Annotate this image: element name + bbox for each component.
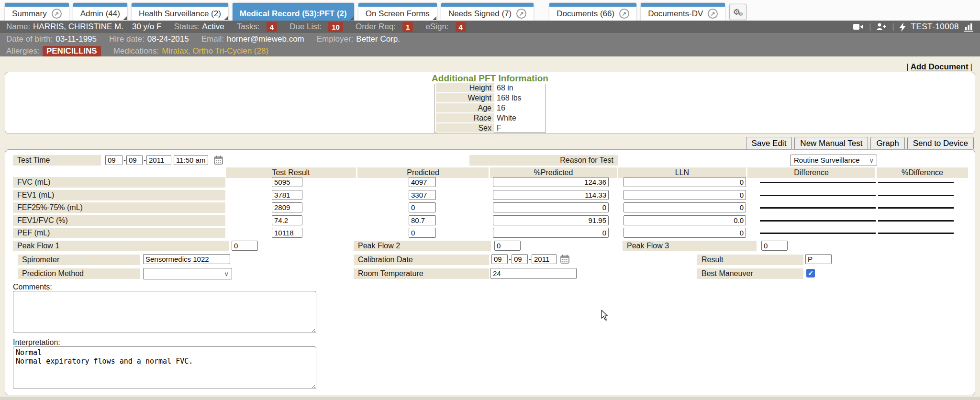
sex-value: F [494, 123, 501, 133]
patient-age-sex: 30 y/o F [132, 22, 161, 32]
order-req-label: Order Req: [356, 22, 396, 32]
room-temperature-input[interactable] [490, 268, 577, 279]
tab-admin[interactable]: Admin (44) [73, 3, 127, 21]
esign-label: eSign: [425, 22, 448, 32]
test-day-input[interactable] [126, 155, 143, 165]
tab-medical-record-pft-label: Medical Record (53):PFT (2) [240, 9, 347, 19]
add-person-icon[interactable] [876, 22, 887, 31]
date-dash: - [509, 255, 511, 263]
col-header-difference: Difference [747, 167, 875, 178]
pef-predicted-input[interactable] [409, 228, 436, 238]
fev1-fvc-lln-input[interactable] [624, 215, 746, 225]
pef-lln-input[interactable] [624, 228, 746, 238]
peak-flow-2-input[interactable] [494, 241, 521, 251]
fev1-fvc-row-label: FEV1/FVC (%) [13, 215, 225, 226]
calibration-day-input[interactable] [512, 254, 528, 264]
lightning-bolt-icon[interactable] [900, 22, 906, 32]
pipe: | [970, 62, 972, 71]
peak-flow-3-input[interactable] [761, 241, 788, 251]
fvc-test-result-input[interactable] [272, 177, 302, 187]
calibration-year-input[interactable] [532, 254, 557, 264]
send-to-device-button[interactable]: Send to Device [907, 137, 974, 150]
tab-needs-signed[interactable]: Needs Signed (7) ↗ [441, 3, 534, 21]
fev1-test-result-input[interactable] [272, 190, 302, 200]
pft-info-rows: Height 68 in Weight 168 lbs Age 16 Race … [436, 83, 544, 133]
fef-lln-input[interactable] [624, 202, 746, 212]
interpretation-textarea[interactable]: Normal Normal expiratory flows and a nor… [13, 346, 316, 389]
fvc-predicted-input[interactable] [409, 177, 436, 187]
order-req-count-badge[interactable]: 1 [402, 22, 413, 32]
test-time-input[interactable] [174, 155, 208, 165]
graph-button[interactable]: Graph [870, 137, 904, 150]
tab-on-screen-forms[interactable]: On Screen Forms [358, 3, 437, 21]
tab-summary[interactable]: Summary ↗ [5, 3, 69, 21]
demographics-row: Date of birth: 03-11-1995 Hire date: 08-… [6, 33, 980, 45]
pft-info-panel: Additional PFT Information Height 68 in … [5, 72, 975, 134]
pef-pct-predicted-input[interactable] [493, 228, 609, 238]
patient-bar: Name: HARRIS, CHRISTINE M. 30 y/o F Stat… [0, 21, 980, 33]
fev1-fvc-pct-difference-line [878, 220, 954, 222]
test-month-input[interactable] [105, 155, 122, 165]
sex-label: Sex [436, 123, 494, 133]
fev1-fvc-test-result-input[interactable] [272, 215, 302, 225]
hire-date-label: Hire date: [109, 34, 145, 44]
tab-documents[interactable]: Documents (66) ↗ [549, 3, 636, 21]
result-input[interactable] [805, 254, 832, 264]
col-header-lln: LLN [618, 167, 746, 178]
esign-count-badge[interactable]: 4 [456, 22, 466, 32]
spirometer-input[interactable] [143, 254, 230, 264]
race-value: White [494, 113, 516, 122]
fev1-lln-input[interactable] [624, 190, 746, 200]
medications-value[interactable]: Miralax, Ortho Tri-Cyclen (28) [162, 46, 268, 56]
fev1-fvc-predicted-input[interactable] [409, 215, 436, 225]
tab-medical-record-pft[interactable]: Medical Record (53):PFT (2) [233, 3, 354, 21]
pef-test-result-input[interactable] [272, 228, 302, 238]
reason-for-test-select[interactable]: Routine Surveillance ∨ [790, 155, 877, 166]
chevron-down-icon: ∨ [869, 156, 874, 166]
patient-name: HARRIS, CHRISTINE M. [33, 22, 123, 32]
fev1-pct-predicted-input[interactable] [493, 190, 609, 200]
fvc-pct-predicted-input[interactable] [493, 177, 609, 187]
fef-pct-predicted-input[interactable] [493, 202, 609, 212]
fvc-difference-line [760, 182, 876, 183]
col-header-pct-difference: %Difference [877, 167, 968, 178]
fev1-predicted-input[interactable] [409, 190, 436, 200]
col-header-predicted: Predicted [357, 167, 489, 178]
save-edit-button[interactable]: Save Edit [746, 137, 792, 150]
due-list-count-badge[interactable]: 10 [328, 22, 343, 32]
settings-gear-button[interactable]: ⚙ ⚙ [729, 4, 746, 20]
employer-label: Employer: [317, 34, 354, 44]
video-camera-icon[interactable] [853, 22, 864, 31]
calendar-icon[interactable] [214, 156, 223, 165]
bar-chart-icon[interactable] [964, 22, 973, 32]
pipe: | [906, 62, 908, 71]
test-year-input[interactable] [146, 155, 171, 165]
calibration-month-input[interactable] [491, 254, 508, 264]
best-maneuver-checkbox[interactable]: ✓ [806, 269, 815, 278]
additional-pft-info-box: Additional PFT Information Height 68 in … [434, 78, 546, 133]
calendar-icon[interactable] [560, 255, 569, 264]
pft-info-row: Age 16 [436, 103, 544, 112]
fvc-pct-difference-line [878, 182, 954, 183]
comments-textarea[interactable] [13, 291, 316, 333]
tab-documents-dv[interactable]: Documents-DV ↗ [641, 3, 725, 21]
peak-flow-1-input[interactable] [232, 241, 258, 251]
date-dash: - [123, 156, 126, 164]
new-manual-test-button[interactable]: New Manual Test [794, 137, 868, 150]
tab-on-screen-forms-label: On Screen Forms [366, 9, 430, 19]
prediction-method-select[interactable]: ∨ [143, 268, 232, 279]
fev1-fvc-pct-predicted-input[interactable] [493, 215, 609, 225]
fef-test-result-input[interactable] [272, 202, 302, 212]
fef-predicted-input[interactable] [409, 202, 436, 212]
popout-icon[interactable]: ↗ [516, 9, 526, 19]
tab-health-surveillance[interactable]: Health Surveillance (2) [132, 3, 228, 21]
tasks-count-badge[interactable]: 4 [267, 22, 277, 32]
popout-icon[interactable]: ↗ [708, 9, 718, 19]
weight-label: Weight [436, 93, 494, 102]
separator: | [892, 22, 894, 31]
fvc-lln-input[interactable] [624, 177, 746, 187]
popout-icon[interactable]: ↗ [52, 9, 62, 19]
allergy-badge[interactable]: PENICILLINS [43, 46, 101, 56]
add-document-link[interactable]: Add Document [911, 62, 969, 71]
popout-icon[interactable]: ↗ [619, 9, 629, 19]
